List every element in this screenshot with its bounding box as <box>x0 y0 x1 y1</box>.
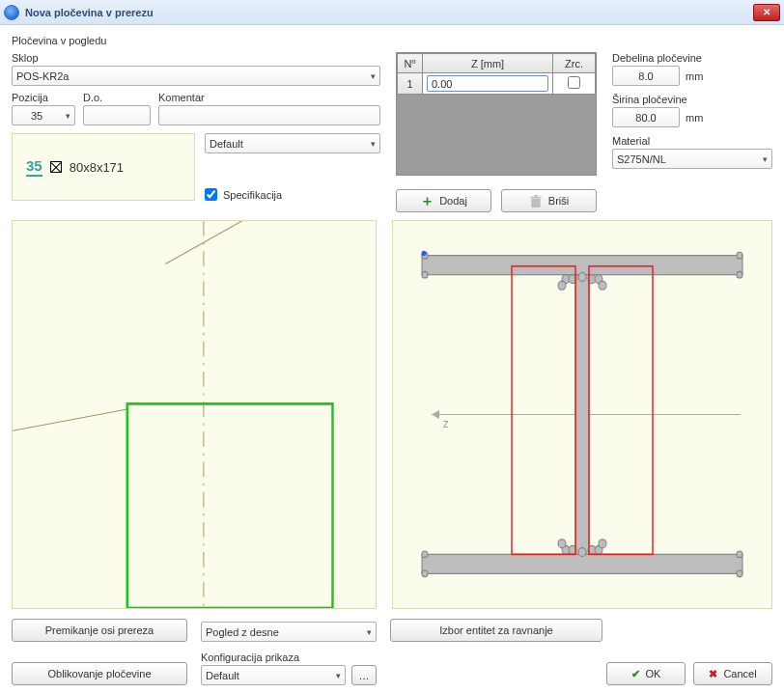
z-table[interactable]: Nº Z [mm] Zrc. 1 <box>396 52 597 176</box>
svg-point-18 <box>737 570 742 577</box>
check-icon: ✔ <box>631 668 640 680</box>
info-dimensions: 80x8x171 <box>70 160 124 175</box>
svg-point-14 <box>737 271 742 278</box>
default-select[interactable]: Default <box>205 133 380 153</box>
material-label: Material <box>612 135 772 147</box>
sklop-select[interactable]: POS-KR2a <box>12 66 380 86</box>
komentar-input[interactable] <box>158 105 380 125</box>
svg-point-21 <box>578 272 586 281</box>
brisi-button[interactable]: Briši <box>501 189 597 212</box>
info-box: 35 80x8x171 <box>12 133 195 201</box>
svg-rect-8 <box>422 256 742 275</box>
svg-point-13 <box>422 271 428 278</box>
close-button[interactable]: ✕ <box>753 4 780 21</box>
svg-point-12 <box>737 252 742 259</box>
pozicija-select[interactable]: 35 <box>12 105 75 125</box>
title-bar: Nova pločevina v prerezu ✕ <box>0 0 784 25</box>
sirina-unit: mm <box>686 112 703 124</box>
table-row[interactable]: 1 <box>398 73 596 95</box>
komentar-label: Komentar <box>158 92 380 103</box>
table-header-zrc: Zrc. <box>553 54 596 73</box>
app-icon <box>4 5 19 20</box>
svg-point-15 <box>422 551 428 558</box>
svg-line-2 <box>13 409 127 430</box>
zrc-checkbox[interactable] <box>568 76 580 89</box>
z-value-input[interactable] <box>427 75 548 92</box>
sklop-label: Sklop <box>12 52 380 64</box>
info-pos-number: 35 <box>26 157 42 177</box>
svg-point-25 <box>599 281 606 290</box>
svg-rect-34 <box>589 266 653 555</box>
right-preview[interactable]: z <box>392 220 772 609</box>
do-label: D.o. <box>83 92 151 103</box>
dodaj-button[interactable]: ＋ Dodaj <box>396 189 491 212</box>
premikanje-button[interactable]: Premikanje osi prereza <box>12 619 187 642</box>
do-input[interactable] <box>83 105 151 125</box>
material-select[interactable]: S275N/NL <box>612 149 772 169</box>
cancel-button[interactable]: ✖ Cancel <box>693 662 772 685</box>
izbor-button[interactable]: Izbor entitet za ravnanje <box>390 619 602 642</box>
window-title: Nova pločevina v prerezu <box>25 7 753 18</box>
table-header-z: Z [mm] <box>423 54 553 73</box>
trash-icon <box>529 194 543 208</box>
svg-rect-3 <box>127 403 333 608</box>
svg-rect-33 <box>512 266 575 555</box>
svg-point-16 <box>737 551 742 558</box>
pogled-select[interactable]: Pogled z desne <box>201 622 377 642</box>
svg-point-24 <box>558 281 566 290</box>
row-number: 1 <box>398 73 423 95</box>
svg-point-28 <box>578 548 586 557</box>
svg-text:z: z <box>443 416 449 430</box>
spec-label: Specifikacija <box>223 189 282 201</box>
left-preview[interactable] <box>12 220 377 609</box>
debelina-label: Debelina pločevine <box>612 52 772 64</box>
table-header-no: Nº <box>398 54 423 73</box>
svg-marker-5 <box>432 410 439 419</box>
plus-icon: ＋ <box>420 194 434 208</box>
sirina-input[interactable] <box>612 107 680 127</box>
pozicija-label: Pozicija <box>12 92 75 103</box>
sirina-label: Širina pločevine <box>612 94 772 105</box>
oblikovanje-button[interactable]: Oblikovanje pločevine <box>12 662 187 685</box>
konfig-label: Konfiguracija prikaza <box>201 651 377 663</box>
ok-button[interactable]: ✔ OK <box>606 662 686 685</box>
svg-rect-10 <box>575 275 589 555</box>
svg-point-31 <box>558 540 566 548</box>
svg-rect-9 <box>422 554 742 573</box>
svg-point-32 <box>599 540 606 548</box>
svg-point-17 <box>422 570 428 577</box>
konfig-select[interactable]: Default <box>201 665 346 685</box>
svg-point-35 <box>422 251 427 257</box>
konfig-more-button[interactable]: … <box>351 665 377 685</box>
spec-checkbox[interactable] <box>205 188 217 201</box>
x-icon: ✖ <box>709 668 717 680</box>
section-header: Pločevina v pogledu <box>12 35 772 46</box>
section-symbol-icon <box>50 161 62 173</box>
debelina-unit: mm <box>686 70 703 82</box>
debelina-input[interactable] <box>612 66 680 86</box>
